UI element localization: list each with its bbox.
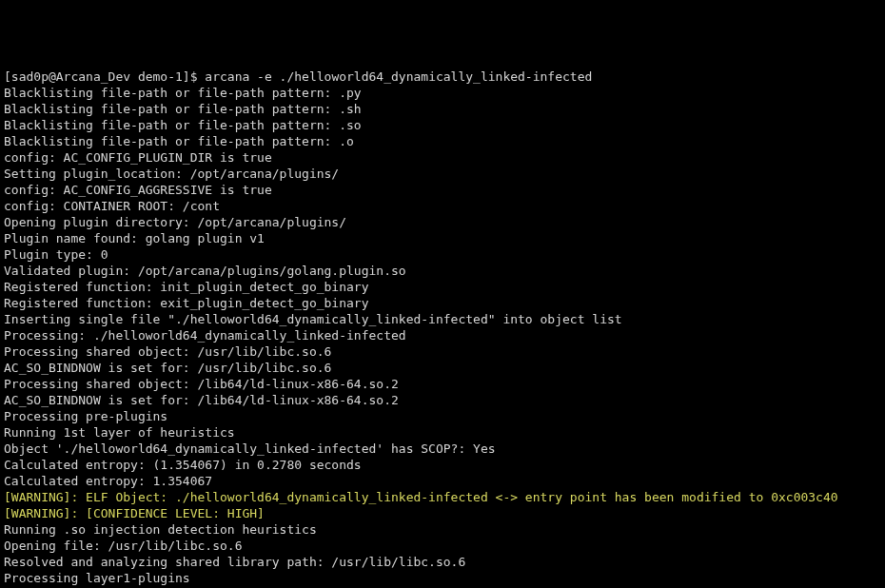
warning-line: [WARNING]: [CONFIDENCE LEVEL: HIGH] <box>4 505 881 521</box>
output-line: AC_SO_BINDNOW is set for: /lib64/ld-linu… <box>4 392 881 408</box>
output-line: Inserting single file "./helloworld64_dy… <box>4 311 881 327</box>
output-line: Processing shared object: /usr/lib/libc.… <box>4 343 881 360</box>
output-line: Plugin name found: golang plugin v1 <box>4 230 881 246</box>
output-line: Opening plugin directory: /opt/arcana/pl… <box>4 214 881 230</box>
prompt-line[interactable]: [sad0p@Arcana_Dev demo-1]$ arcana -e ./h… <box>4 69 881 85</box>
output-line: Blacklisting file-path or file-path patt… <box>4 85 881 101</box>
output-line: Blacklisting file-path or file-path patt… <box>4 117 881 133</box>
output-line: Processing pre-plugins <box>4 408 881 424</box>
output-line: Setting plugin_location: /opt/arcana/plu… <box>4 166 881 182</box>
output-line: Blacklisting file-path or file-path patt… <box>4 101 881 117</box>
output-line: Calculated entropy: 1.354067 <box>4 473 881 489</box>
output-line: config: CONTAINER ROOT: /cont <box>4 198 881 214</box>
output-line: Processing shared object: /lib64/ld-linu… <box>4 376 881 392</box>
terminal-output[interactable]: [sad0p@Arcana_Dev demo-1]$ arcana -e ./h… <box>4 69 881 588</box>
output-line: Object './helloworld64_dynamically_linke… <box>4 441 881 457</box>
entered-command: arcana -e ./helloworld64_dynamically_lin… <box>205 69 592 84</box>
output-line: AC_SO_BINDNOW is set for: /usr/lib/libc.… <box>4 360 881 376</box>
warning-line: [WARNING]: ELF Object: ./helloworld64_dy… <box>4 489 881 505</box>
shell-prompt: [sad0p@Arcana_Dev demo-1]$ <box>4 69 205 84</box>
output-line: Running .so injection detection heuristi… <box>4 521 881 538</box>
output-line: Running 1st layer of heuristics <box>4 424 881 441</box>
output-line: Registered function: init_plugin_detect_… <box>4 279 881 295</box>
output-line: Registered function: exit_plugin_detect_… <box>4 295 881 311</box>
output-line: Processing: ./helloworld64_dynamically_l… <box>4 327 881 343</box>
output-line: config: AC_CONFIG_PLUGIN_DIR is true <box>4 149 881 166</box>
output-line: Processing layer1-plugins <box>4 570 881 586</box>
output-line: Plugin type: 0 <box>4 246 881 263</box>
output-line: Opening file: /usr/lib/libc.so.6 <box>4 538 881 554</box>
output-line: Blacklisting file-path or file-path patt… <box>4 133 881 149</box>
output-line: Resolved and analyzing shared library pa… <box>4 554 881 570</box>
output-line: Calculated entropy: (1.354067) in 0.2780… <box>4 457 881 473</box>
output-line: Validated plugin: /opt/arcana/plugins/go… <box>4 263 881 279</box>
output-line: config: AC_CONFIG_AGGRESSIVE is true <box>4 182 881 198</box>
